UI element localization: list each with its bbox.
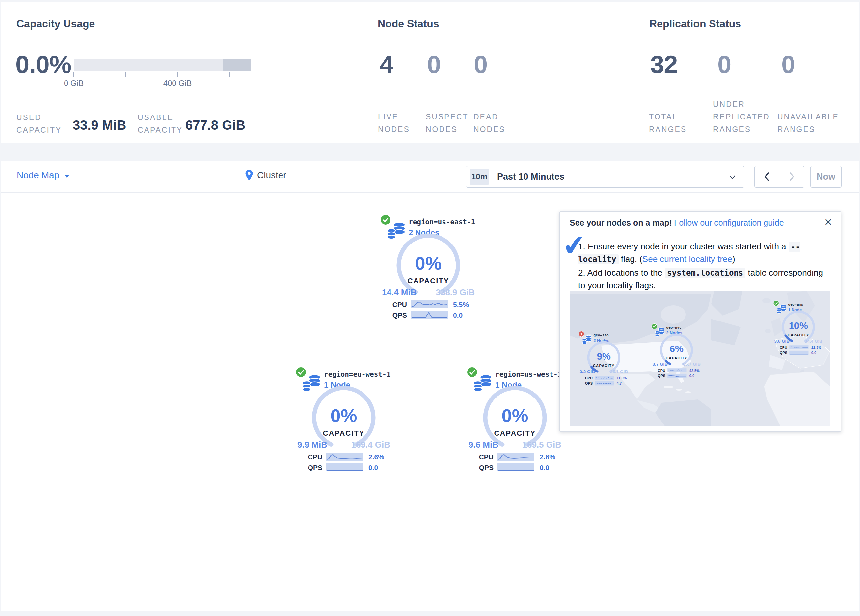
capacity-tick-400: 400 GiB bbox=[154, 78, 201, 88]
cpu-label: CPU bbox=[770, 345, 787, 350]
qps-sparkline bbox=[326, 463, 363, 471]
healthy-status-icon bbox=[773, 301, 779, 306]
used-value: 9.6 MiB bbox=[469, 440, 499, 450]
time-range-label: Past 10 Minutes bbox=[497, 172, 564, 182]
total-ranges-count: 32 bbox=[650, 52, 678, 77]
used-value: 3.6 GiB bbox=[774, 338, 789, 343]
map-node-group-geo-sfo[interactable]: 1 geo=sfo 2 Nodes 9% CAPACITY 3.2 GiB 35… bbox=[576, 331, 632, 386]
geo-locality-label: geo=ams bbox=[788, 303, 804, 306]
cpu-row: CPU 2.6% bbox=[289, 453, 398, 461]
setup-step-1: 1. Ensure every node in your cluster was… bbox=[578, 241, 829, 266]
qps-sparkline bbox=[595, 381, 614, 385]
capacity-caption: CAPACITY bbox=[374, 277, 483, 285]
locality-tree-link[interactable]: See current locality tree bbox=[642, 254, 732, 264]
region-locality-label: region=eu-west-1 bbox=[324, 370, 391, 378]
cpu-value: 5.5% bbox=[453, 301, 469, 309]
region-locality-label: region=us-west-1 bbox=[495, 370, 562, 378]
capacity-percent-value: 0% bbox=[461, 405, 569, 426]
geo-locality-label: geo=nyc bbox=[666, 326, 681, 329]
geo-locality-label: geo=sfo bbox=[594, 333, 609, 337]
cpu-value: 2.8% bbox=[540, 453, 556, 461]
cpu-sparkline bbox=[789, 345, 808, 349]
close-icon[interactable]: ✕ bbox=[824, 218, 832, 227]
capacity-percent-value: 0% bbox=[289, 405, 398, 426]
cpu-row: CPU 11.0% bbox=[576, 376, 632, 380]
capacity-values: 3.2 GiB 35.1 GiB bbox=[579, 369, 628, 374]
capacity-values: 3.7 GiB 65.7 GiB bbox=[652, 361, 701, 367]
qps-value: 4.7 bbox=[617, 381, 621, 385]
cpu-label: CPU bbox=[374, 301, 407, 309]
used-capacity-value: 33.9 MiB bbox=[73, 118, 126, 133]
breadcrumb-cluster[interactable]: Cluster bbox=[257, 170, 286, 181]
time-back-button[interactable] bbox=[755, 166, 779, 187]
qps-row: QPS 0.0 bbox=[648, 374, 705, 378]
capacity-bar-usable-segment bbox=[223, 59, 251, 71]
axis-tick bbox=[125, 72, 126, 77]
now-button[interactable]: Now bbox=[810, 166, 841, 188]
axis-tick bbox=[229, 72, 230, 77]
cpu-value: 12.3% bbox=[811, 345, 821, 350]
node-map-setup-popup: See your nodes on a map! Follow our conf… bbox=[559, 211, 841, 432]
view-toolbar: Node Map Cluster 10m Past 10 Minutes Now bbox=[1, 161, 859, 192]
map-node-group-geo-nyc[interactable]: geo=nyc 2 Nodes 6% CAPACITY 3.7 GiB 65.7… bbox=[648, 323, 705, 378]
map-node-group-geo-ams[interactable]: geo=ams 1 Node 10% CAPACITY 3.6 GiB 34.4… bbox=[770, 301, 827, 356]
live-nodes-label: LIVENODES bbox=[378, 111, 410, 136]
configuration-guide-link[interactable]: Follow our configuration guide bbox=[674, 218, 784, 228]
total-value: 65.7 GiB bbox=[683, 361, 701, 367]
cpu-sparkline bbox=[595, 376, 614, 380]
capacity-caption: CAPACITY bbox=[576, 364, 632, 368]
unavailable-ranges-count: 0 bbox=[781, 52, 795, 77]
popup-header: See your nodes on a map! Follow our conf… bbox=[560, 212, 841, 234]
qps-label: QPS bbox=[576, 381, 593, 385]
qps-label: QPS bbox=[289, 464, 322, 472]
capacity-bar bbox=[74, 59, 251, 71]
suspect-nodes-label: SUSPECTNODES bbox=[426, 111, 469, 136]
qps-sparkline bbox=[667, 374, 686, 378]
qps-row: QPS 0.0 bbox=[374, 311, 483, 320]
qps-row: QPS 0.0 bbox=[770, 351, 827, 356]
time-range-dropdown[interactable]: 10m Past 10 Minutes bbox=[466, 166, 744, 188]
qps-sparkline bbox=[411, 311, 448, 319]
qps-label: QPS bbox=[770, 351, 787, 355]
cpu-sparkline bbox=[326, 453, 363, 461]
total-value: 35.1 GiB bbox=[610, 369, 628, 374]
total-value: 34.4 GiB bbox=[805, 338, 822, 343]
capacity-values: 3.6 GiB 34.4 GiB bbox=[774, 338, 822, 343]
qps-value: 0.0 bbox=[453, 311, 463, 319]
system-locations-code: system.locations bbox=[665, 268, 745, 278]
cpu-label: CPU bbox=[461, 453, 494, 461]
capacity-percent-value: 9% bbox=[576, 351, 632, 362]
suspect-nodes-count: 0 bbox=[427, 52, 441, 77]
cpu-sparkline bbox=[411, 301, 448, 308]
qps-value: 0.0 bbox=[540, 464, 549, 472]
capacity-values: 14.4 MiB 338.9 GiB bbox=[382, 287, 475, 298]
warning-status-icon: 1 bbox=[579, 331, 584, 337]
time-forward-button[interactable] bbox=[779, 166, 804, 187]
node-status-title: Node Status bbox=[378, 18, 439, 30]
region-node-group-eu-west-1[interactable]: region=eu-west-1 1 Node 0% CAPACITY 9.9 … bbox=[289, 367, 398, 473]
healthy-status-icon bbox=[466, 367, 478, 378]
cluster-summary-bar: Capacity Usage 0.0% 0 GiB 400 GiB USEDCA… bbox=[1, 2, 859, 143]
total-value: 338.9 GiB bbox=[436, 287, 475, 298]
cpu-value: 42.5% bbox=[689, 368, 700, 373]
healthy-status-icon bbox=[651, 323, 657, 329]
used-value: 3.7 GiB bbox=[652, 361, 668, 367]
qps-value: 0.0 bbox=[689, 374, 694, 378]
qps-label: QPS bbox=[648, 374, 665, 378]
under-replicated-count: 0 bbox=[717, 52, 731, 77]
usable-capacity-value: 677.8 GiB bbox=[185, 118, 245, 133]
total-ranges-label: TOTALRANGES bbox=[649, 111, 687, 136]
capacity-tick-0: 0 GiB bbox=[51, 78, 97, 88]
axis-tick bbox=[177, 72, 178, 77]
cpu-label: CPU bbox=[576, 376, 593, 380]
cluster-overview-page: Capacity Usage 0.0% 0 GiB 400 GiB USEDCA… bbox=[0, 0, 860, 616]
unavailable-ranges-label: UNAVAILABLERANGES bbox=[777, 111, 839, 136]
capacity-percent-value: 0% bbox=[374, 252, 483, 274]
caret-down-icon bbox=[64, 174, 70, 178]
region-node-group-us-west-1[interactable]: region=us-west-1 1 Node 0% CAPACITY 9.6 … bbox=[461, 367, 569, 473]
qps-sparkline bbox=[497, 463, 534, 471]
total-value: 169.4 GiB bbox=[351, 440, 390, 450]
region-node-group-us-east-1[interactable]: region=us-east-1 2 Nodes 0% CAPACITY 14.… bbox=[374, 214, 483, 320]
view-mode-dropdown[interactable]: Node Map bbox=[17, 170, 70, 181]
warning-count: 1 bbox=[579, 331, 584, 337]
